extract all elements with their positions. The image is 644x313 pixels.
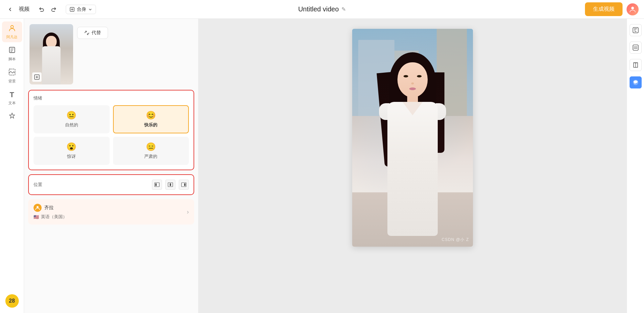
project-title: Untitled video [298, 5, 339, 13]
right-panel-chat-button[interactable] [630, 76, 642, 88]
emotion-surprised-label: 惊讶 [67, 153, 76, 160]
sidebar-item-avatar[interactable]: 阿凡达 [2, 21, 22, 42]
user-badge[interactable]: 28 [5, 294, 19, 308]
character-preview: 代替 [24, 19, 198, 90]
flag-icon: 🇺🇸 [34, 214, 39, 220]
emotion-natural[interactable]: 😐 自然的 [34, 105, 110, 133]
character-replace-icon[interactable] [32, 72, 42, 82]
fit-button[interactable]: 合身 [66, 5, 96, 14]
main-layout: 阿凡达 脚本 背景 T 文本 [0, 19, 644, 313]
canvas-image: CSDN @小 Z [352, 29, 473, 247]
svg-point-1 [11, 25, 13, 28]
header-right: 生成视频 [585, 2, 639, 16]
position-label: 位置 [34, 182, 42, 188]
figure-neckline [402, 102, 423, 115]
chevron-right-icon: › [187, 208, 189, 215]
figure-nose [411, 82, 414, 84]
watermark: CSDN @小 Z [442, 237, 469, 243]
voice-lang-row: 🇺🇸 英语（美国） [34, 214, 67, 220]
content-panel: 代替 情绪 😐 自然的 😊 快乐的 😮 惊讶 [24, 19, 199, 313]
position-center-button[interactable] [165, 180, 175, 190]
figure-eye-right [417, 75, 422, 77]
figure-eye-left [404, 75, 408, 77]
position-right-button[interactable] [179, 180, 189, 190]
canvas-area: CSDN @小 Z [199, 19, 627, 313]
position-section: 位置 [28, 174, 194, 195]
svg-rect-8 [170, 183, 171, 186]
emotion-serious-label: 严肃的 [144, 153, 157, 160]
undo-button[interactable] [36, 4, 47, 15]
voice-name-row: 齐拉 [34, 204, 67, 212]
sidebar-item-text-label: 文本 [8, 101, 16, 106]
header-left: 视频 合身 [5, 4, 96, 15]
sidebar-item-script-label: 脚本 [8, 57, 16, 62]
emotion-natural-icon: 😐 [66, 111, 76, 120]
char-dress [42, 46, 61, 84]
right-panel [627, 19, 644, 313]
sidebar-item-script[interactable]: 脚本 [2, 44, 22, 64]
effect-icon [8, 112, 16, 121]
back-button[interactable] [5, 5, 15, 14]
svg-rect-6 [155, 183, 157, 186]
svg-point-11 [37, 206, 39, 208]
replace-action: 代替 [77, 24, 108, 40]
svg-rect-10 [184, 183, 185, 186]
edit-title-icon[interactable]: ✎ [341, 6, 346, 12]
emotion-surprised-icon: 😮 [66, 142, 76, 151]
character-figure [38, 31, 65, 84]
emotion-happy-icon: 😊 [146, 111, 156, 120]
figure-container [376, 52, 449, 247]
sidebar-bottom: 28 [0, 294, 24, 313]
voice-language: 英语（美国） [41, 214, 67, 220]
sidebar-item-avatar-label: 阿凡达 [6, 35, 17, 40]
figure-lips [409, 87, 416, 90]
replace-button[interactable]: 代替 [77, 27, 108, 39]
emotion-happy[interactable]: 😊 快乐的 [113, 105, 189, 133]
right-panel-translate-button[interactable] [630, 24, 642, 36]
right-panel-layers-button[interactable] [630, 42, 642, 54]
sidebar: 阿凡达 脚本 背景 T 文本 [0, 19, 24, 313]
background-icon [8, 68, 16, 77]
emotion-section-label: 情绪 [34, 95, 189, 101]
section-title: 视频 [19, 6, 30, 13]
emotion-grid: 😐 自然的 😊 快乐的 😮 惊讶 😑 严肃的 [34, 105, 189, 165]
figure-face [397, 62, 428, 98]
sidebar-item-effect[interactable] [2, 110, 22, 124]
sidebar-item-background[interactable]: 背景 [2, 66, 22, 86]
emotion-surprised[interactable]: 😮 惊讶 [34, 137, 110, 165]
emotion-serious-icon: 😑 [146, 142, 156, 151]
redo-button[interactable] [48, 4, 59, 15]
sidebar-item-background-label: 背景 [8, 79, 16, 84]
emotion-section: 情绪 😐 自然的 😊 快乐的 😮 惊讶 😑 严肃的 [28, 90, 194, 170]
header-center: Untitled video ✎ [298, 5, 346, 13]
emotion-happy-label: 快乐的 [144, 122, 157, 128]
voice-section[interactable]: 齐拉 🇺🇸 英语（美国） › [28, 199, 194, 225]
emotion-serious[interactable]: 😑 严肃的 [113, 137, 189, 165]
voice-info: 齐拉 🇺🇸 英语（美国） [34, 204, 67, 220]
undo-redo-group [36, 4, 59, 15]
position-icons [152, 180, 189, 190]
position-left-button[interactable] [152, 180, 162, 190]
sidebar-item-text[interactable]: T 文本 [2, 88, 22, 108]
header: 视频 合身 [0, 0, 644, 19]
script-icon [8, 46, 16, 55]
voice-name: 齐拉 [44, 205, 54, 211]
figure-dress [387, 102, 438, 236]
svg-rect-13 [633, 45, 638, 50]
svg-rect-12 [633, 27, 638, 33]
avatar-icon [8, 24, 16, 33]
replace-label: 代替 [92, 30, 101, 36]
character-thumbnail [30, 24, 73, 84]
generate-button[interactable]: 生成视频 [585, 2, 623, 16]
portrait-background [352, 29, 473, 247]
user-avatar[interactable] [627, 3, 639, 15]
voice-avatar [34, 204, 42, 212]
fit-label: 合身 [77, 6, 86, 12]
right-panel-book-button[interactable] [630, 59, 642, 71]
emotion-natural-label: 自然的 [65, 122, 78, 128]
text-icon: T [10, 90, 14, 99]
